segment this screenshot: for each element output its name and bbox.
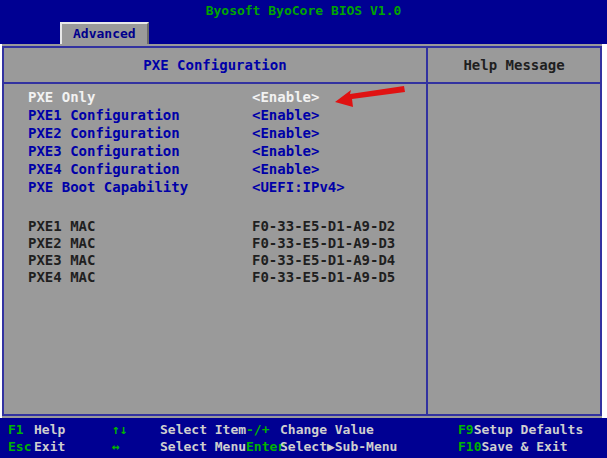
- info-value: F0-33-E5-D1-A9-D5: [252, 269, 395, 286]
- setting-row[interactable]: PXE2 Configuration <Enable>: [4, 124, 426, 142]
- info-row: PXE3 MAC F0-33-E5-D1-A9-D4: [4, 252, 426, 269]
- setting-row[interactable]: PXE4 Configuration <Enable>: [4, 160, 426, 178]
- setting-row[interactable]: PXE1 Configuration <Enable>: [4, 106, 426, 124]
- hint-label: Setup Defaults: [474, 421, 584, 438]
- info-label: PXE2 MAC: [28, 235, 252, 252]
- key-hint: ↑↓ Select Item: [112, 421, 246, 438]
- hint-label: Exit: [34, 438, 65, 455]
- key-hints-bar: F1 Help ↑↓ Select Item -/+ Change Value …: [0, 418, 607, 458]
- setting-label: PXE1 Configuration: [28, 106, 252, 124]
- info-value: F0-33-E5-D1-A9-D2: [252, 218, 395, 235]
- setting-value: <Enable>: [252, 106, 319, 124]
- key-hint: Esc Exit: [8, 438, 112, 455]
- page-title: PXE Configuration: [4, 48, 428, 84]
- setting-value: <UEFI:IPv4>: [252, 178, 345, 196]
- key-hint: F10 Save & Exit: [458, 438, 607, 455]
- bios-screen: Byosoft ByoCore BIOS V1.0 Advanced PXE C…: [0, 0, 607, 458]
- info-row: PXE1 MAC F0-33-E5-D1-A9-D2: [4, 218, 426, 235]
- hint-key: Enter: [246, 438, 280, 455]
- hint-key: -/+: [246, 421, 280, 438]
- setting-label: PXE Boot Capability: [28, 178, 252, 196]
- info-value: F0-33-E5-D1-A9-D3: [252, 235, 395, 252]
- key-hint: F1 Help: [8, 421, 112, 438]
- help-panel: [428, 84, 600, 414]
- hint-key: F9: [458, 421, 474, 438]
- setting-label: PXE4 Configuration: [28, 160, 252, 178]
- hint-key: F10: [458, 438, 481, 455]
- info-row: PXE2 MAC F0-33-E5-D1-A9-D3: [4, 235, 426, 252]
- setting-value: <Enable>: [252, 160, 319, 178]
- hint-key: Esc: [8, 438, 34, 455]
- key-hints-row-2: Esc Exit ↔ Select Menu Enter Select▶Sub-…: [0, 438, 607, 455]
- red-arrow-annotation-icon: [334, 86, 406, 108]
- setting-label: PXE Only: [28, 88, 252, 106]
- info-value: F0-33-E5-D1-A9-D4: [252, 252, 395, 269]
- info-label: PXE1 MAC: [28, 218, 252, 235]
- hint-key: ↔: [112, 438, 160, 455]
- hint-key: F1: [8, 421, 34, 438]
- help-panel-title: Help Message: [428, 48, 600, 84]
- key-hint: ↔ Select Menu: [112, 438, 246, 455]
- setting-row[interactable]: PXE3 Configuration <Enable>: [4, 142, 426, 160]
- info-row: PXE4 MAC F0-33-E5-D1-A9-D5: [4, 269, 426, 286]
- info-label: PXE3 MAC: [28, 252, 252, 269]
- titlebar: Byosoft ByoCore BIOS V1.0 Advanced: [0, 0, 607, 44]
- hint-label: Help: [34, 421, 65, 438]
- panel-grid: PXE Configuration Help Message PXE Only …: [4, 48, 600, 414]
- setting-value: <Enable>: [252, 142, 319, 160]
- panel-frame: PXE Configuration Help Message PXE Only …: [2, 46, 602, 416]
- setting-row[interactable]: PXE Boot Capability <UEFI:IPv4>: [4, 178, 426, 196]
- info-label: PXE4 MAC: [28, 269, 252, 286]
- hint-label: Select▶Sub-Menu: [280, 438, 397, 455]
- setting-label: PXE2 Configuration: [28, 124, 252, 142]
- info-list: PXE1 MAC F0-33-E5-D1-A9-D2 PXE2 MAC F0-3…: [4, 218, 426, 286]
- hint-label: Change Value: [280, 421, 374, 438]
- setting-value: <Enable>: [252, 88, 319, 106]
- bios-title: Byosoft ByoCore BIOS V1.0: [0, 0, 607, 18]
- tab-advanced[interactable]: Advanced: [60, 22, 149, 44]
- key-hint: -/+ Change Value: [246, 421, 458, 438]
- hint-label: Save & Exit: [481, 438, 567, 455]
- content-area: PXE Configuration Help Message PXE Only …: [0, 44, 607, 418]
- setting-value: <Enable>: [252, 124, 319, 142]
- hint-label: Select Menu: [160, 438, 246, 455]
- setting-label: PXE3 Configuration: [28, 142, 252, 160]
- key-hints-row-1: F1 Help ↑↓ Select Item -/+ Change Value …: [0, 421, 607, 438]
- key-hint: F9 Setup Defaults: [458, 421, 607, 438]
- settings-panel: PXE Only <Enable> PXE1 Configuration <En…: [4, 84, 428, 414]
- hint-key: ↑↓: [112, 421, 160, 438]
- key-hint: Enter Select▶Sub-Menu: [246, 438, 458, 455]
- hint-label: Select Item: [160, 421, 246, 438]
